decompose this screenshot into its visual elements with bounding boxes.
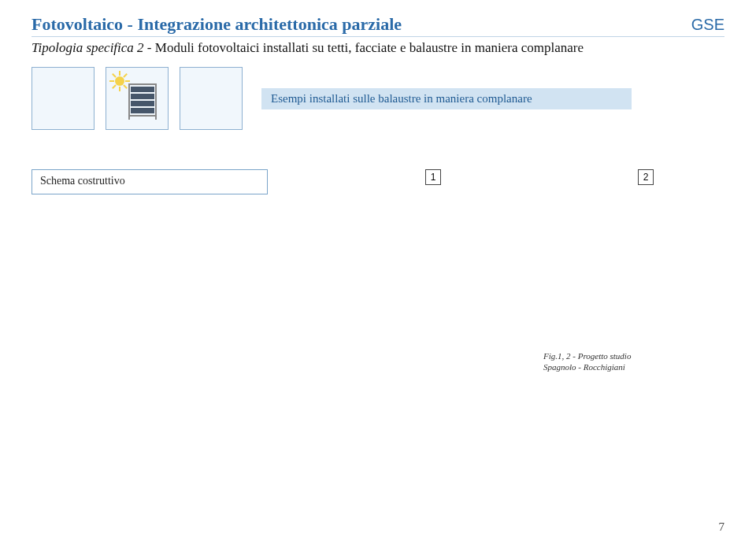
brand-logo: GSE xyxy=(691,16,724,34)
icon-placeholder-1 xyxy=(32,67,94,130)
figure-caption: Fig.1, 2 - Progetto studio Spagnolo - Ro… xyxy=(543,350,662,373)
subtitle-text: Moduli fotovoltaici installati su tetti,… xyxy=(155,40,584,55)
schema-label: Schema costruttivo xyxy=(40,175,125,187)
figure-number-2: 2 xyxy=(638,169,654,185)
sun-icon xyxy=(111,72,128,90)
subtitle-prefix: Tipologia specifica 2 - xyxy=(32,40,155,55)
page-subtitle: Tipologia specifica 2 - Moduli fotovolta… xyxy=(32,40,724,56)
figure-numbers: 1 2 xyxy=(425,169,654,185)
balustrade-icon xyxy=(128,83,157,120)
caption-line1: Fig.1, 2 - Progetto studio xyxy=(543,351,631,361)
schema-label-box: Schema costruttivo xyxy=(32,169,268,194)
page-header: Fotovoltaico - Integrazione architettoni… xyxy=(32,14,724,37)
icon-placeholder-2 xyxy=(180,67,243,130)
figure-number-1: 1 xyxy=(425,169,441,185)
schema-row: Schema costruttivo 1 2 xyxy=(32,169,724,194)
page-number: 7 xyxy=(719,520,725,534)
caption-line2: Spagnolo - Rocchigiani xyxy=(543,362,625,372)
icons-row: Esempi installati sulle balaustre in man… xyxy=(32,67,724,130)
examples-label: Esempi installati sulle balaustre in man… xyxy=(261,88,632,109)
icon-balustrade xyxy=(106,67,169,130)
page-title: Fotovoltaico - Integrazione architettoni… xyxy=(32,14,402,35)
